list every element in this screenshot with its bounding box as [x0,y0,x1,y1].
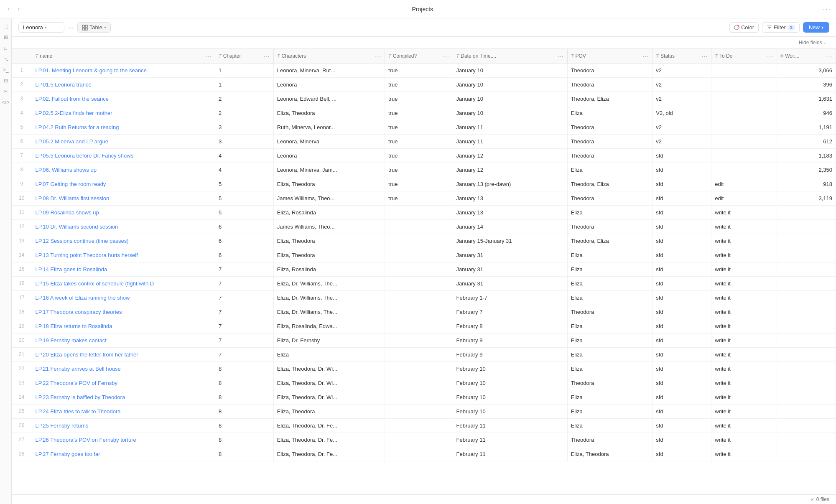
row-words-cell [777,319,836,333]
col-compiled-more[interactable]: ··· [443,53,449,59]
row-name-cell[interactable]: LP.23 Fernsby is baffled by Theodora [32,390,215,404]
sidebar-icon-panel[interactable]: □ [1,43,10,53]
row-name-cell[interactable]: LP.17 Theodora conspiracy theories [32,305,215,319]
top-more-icon[interactable]: ··· [823,5,831,13]
col-pov: T POV ··· [567,49,652,63]
row-name-cell[interactable]: LP.10 Dr. Williams second session [32,219,215,234]
row-name-cell[interactable]: LP.13 Turning point Theodora hurts herse… [32,248,215,262]
col-characters-more[interactable]: ··· [375,53,381,59]
row-pov-cell: Eliza [567,319,652,333]
back-button[interactable]: ‹ [5,4,12,14]
row-name-cell[interactable]: LP.08 Dr. Williams first session [32,191,215,205]
table-row: 23 LP.22 Theodora's POV of Fernsby 8 Eli… [12,376,836,390]
row-chapter-cell: 5 [215,191,274,205]
forward-button[interactable]: › [15,4,22,14]
table-container[interactable]: T name ··· T Chapter ··· [12,49,836,494]
row-name-cell[interactable]: LP.21 Fernsby arrives at Bell house [32,361,215,376]
row-name-cell[interactable]: LP.20 Eliza opens the letter from her fa… [32,347,215,361]
sidebar: ⬚ ⊞ □ ⌥ >_ ⊟ ✂ </> [0,18,12,504]
filter-button[interactable]: Filter 3 [762,22,800,33]
row-compiled-cell: true [385,177,453,191]
sidebar-icon-options[interactable]: ⌥ [1,54,10,64]
row-name-cell[interactable]: LP.01.5 Leonora trance [32,77,215,92]
row-compiled-cell: true [385,92,453,106]
row-words-cell [777,390,836,404]
col-todo-more[interactable]: ··· [767,53,773,59]
row-characters-cell: Leonora [273,77,385,92]
row-name-cell[interactable]: LP.01. Meeting Leonora & going to the se… [32,63,215,77]
col-words-label: Wor.... [785,53,799,59]
row-words-cell: 396 [777,77,836,92]
row-compiled-cell [385,447,453,461]
sidebar-icon-code[interactable]: </> [1,98,10,107]
row-status-cell: sfd [652,390,711,404]
col-pov-more[interactable]: ··· [643,53,649,59]
filter-count: 3 [788,25,795,31]
view-selector[interactable]: Table ▾ [77,22,111,33]
row-status-cell: sfd [652,148,711,163]
row-num-cell: 8 [12,163,32,177]
row-name-cell[interactable]: LP.27 Fernsby goes too far [32,447,215,461]
row-status-cell: sfd [652,447,711,461]
col-name-more[interactable]: ··· [205,53,212,59]
row-compiled-cell [385,347,453,361]
row-name-cell[interactable]: LP.12 Sessions continue (time passes) [32,234,215,248]
new-button[interactable]: New ▾ [803,22,829,33]
row-name-cell[interactable]: LP.05.5 Leonora before Dr. Fancy shows [32,148,215,163]
sidebar-icon-terminal[interactable]: >_ [1,65,10,74]
col-chapter-more[interactable]: ··· [264,53,270,59]
row-words-cell [777,361,836,376]
row-num-cell: 3 [12,92,32,106]
row-num-cell: 4 [12,106,32,120]
row-name-cell[interactable]: LP.02. Fallout from the seance [32,92,215,106]
row-compiled-cell: true [385,191,453,205]
col-status-more[interactable]: ··· [702,53,708,59]
row-name-cell[interactable]: LP.02.5.2-Eliza finds her mother [32,106,215,120]
row-todo-cell: write it [711,447,777,461]
row-name-cell[interactable]: LP.25 Fernsby returns [32,418,215,433]
sidebar-icon-apps[interactable]: ⊞ [1,33,10,42]
col-todo-type-icon: T [715,53,718,59]
row-todo-cell [711,77,777,92]
row-todo-cell: write it [711,219,777,234]
toolbar-right: Color Filter 3 New ▾ [729,22,829,33]
row-chapter-cell: 7 [215,333,274,347]
sidebar-icon-grid[interactable]: ⬚ [1,22,10,31]
workspace-more-icon[interactable]: ··· [68,24,74,31]
row-num-cell: 21 [12,347,32,361]
row-pov-cell: Theodora, Eliza [567,234,652,248]
row-name-cell[interactable]: LP.09 Rosalinda shows up [32,205,215,219]
col-date-more[interactable]: ··· [558,53,564,59]
row-name-cell[interactable]: LP.05.2 Minerva and LP argue [32,134,215,148]
col-status-label: Status [660,53,675,59]
row-name-cell[interactable]: LP.04.2 Ruth Returns for a reading [32,120,215,134]
files-label: 0 files [816,496,829,502]
row-status-cell: v2 [652,120,711,134]
row-name-cell[interactable]: LP.18 Eliza returns to Rosalinda [32,319,215,333]
sidebar-icon-list[interactable]: ⊟ [1,76,10,85]
row-name-cell[interactable]: LP.07 Getting the room ready [32,177,215,191]
hide-fields-button[interactable]: Hide fields ↓ [795,38,829,47]
row-name-cell[interactable]: LP.14 Eliza goes to Rosalinda [32,262,215,276]
row-name-cell[interactable]: LP.16 A week of Eliza running the show [32,290,215,305]
table-row: 4 LP.02.5.2-Eliza finds her mother 2 Eli… [12,106,836,120]
row-name-cell[interactable]: LP.06. Williams shows up [32,163,215,177]
svg-rect-0 [82,25,84,27]
col-chapter-label: Chapter [223,53,241,59]
page-title: Projects [412,6,433,13]
col-name-label: name [40,53,52,59]
workspace-selector[interactable]: Leonora ▾ [18,22,64,33]
row-pov-cell: Eliza [567,404,652,418]
sidebar-icon-cut[interactable]: ✂ [1,87,10,96]
row-name-cell[interactable]: LP.15 Eliza takes control of schedule (f… [32,276,215,290]
row-name-cell[interactable]: LP.19 Fernsby makes contact [32,333,215,347]
row-words-cell: 3,119 [777,191,836,205]
row-num-cell: 23 [12,376,32,390]
row-characters-cell: Leonora, Minerva, Rut... [273,63,385,77]
svg-rect-3 [85,28,87,30]
color-button[interactable]: Color [729,22,759,33]
col-words-more[interactable]: ··· [826,53,832,59]
row-name-cell[interactable]: LP.22 Theodora's POV of Fernsby [32,376,215,390]
row-name-cell[interactable]: LP.26 Theodora's POV on Fernsby torture [32,433,215,447]
row-name-cell[interactable]: LP.24 Eliza tries to talk to Theodora [32,404,215,418]
